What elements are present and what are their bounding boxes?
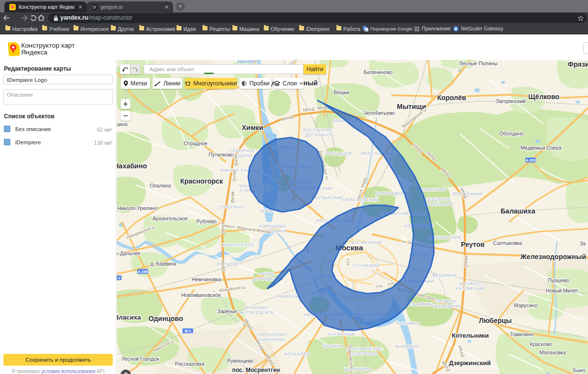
svg-text:Загорянский: Загорянский xyxy=(496,98,526,104)
svg-text:М-1: М-1 xyxy=(185,329,191,333)
svg-text:Люберцы: Люберцы xyxy=(479,317,511,324)
svg-text:РАМЕНКИ: РАМЕНКИ xyxy=(277,294,299,299)
svg-text:Отрадное: Отрадное xyxy=(184,140,207,146)
svg-text:МКАД: МКАД xyxy=(230,191,235,203)
svg-text:Малаховка: Малаховка xyxy=(539,349,566,355)
svg-text:ВОСТОЧНОЕ: ВОСТОЧНОЕ xyxy=(303,128,332,133)
svg-text:КРЫЛАТСКОЕ: КРЫЛАТСКОЕ xyxy=(223,242,255,247)
svg-text:во-Дальнее: во-Дальнее xyxy=(117,250,141,256)
svg-text:Красково: Красково xyxy=(530,341,552,347)
svg-text:Быко: Быко xyxy=(573,367,586,373)
svg-text:НИКУЛИНО: НИКУЛИНО xyxy=(259,337,285,342)
svg-text:G: G xyxy=(365,28,368,31)
svg-text:Немчиновка: Немчиновка xyxy=(192,276,221,282)
svg-text:КОНЬКОВО: КОНЬКОВО xyxy=(284,351,310,356)
svg-text:СЕВЕРНОЕ: СЕВЕРНОЕ xyxy=(425,197,451,202)
svg-text:Лесной Городок: Лесной Городок xyxy=(121,356,159,362)
svg-text:Салтыковка: Салтыковка xyxy=(493,240,522,246)
svg-text:Марусино: Марусино xyxy=(514,302,537,308)
svg-text:ИЗМАЙЛОВО: ИЗМАЙЛОВО xyxy=(423,201,453,207)
svg-text:Красногорск: Красногорск xyxy=(180,177,223,185)
svg-text:УХТОМСКИЙ: УХТОМСКИЙ xyxy=(456,286,485,291)
svg-text:ТАГАНСКИЙ: ТАГАНСКИЙ xyxy=(352,263,380,268)
svg-text:Путилково: Путилково xyxy=(208,152,234,158)
svg-text:А-106: А-106 xyxy=(138,269,148,274)
svg-text:-2: -2 xyxy=(117,276,121,280)
svg-text:ОТРАДНОЕ: ОТРАДНОЕ xyxy=(327,151,353,156)
svg-text:Опалиха: Опалиха xyxy=(150,183,171,188)
svg-text:ЖУЛЕБИНО: ЖУЛЕБИНО xyxy=(434,304,461,309)
svg-text:МАТВЕЕВСКОЕ: МАТВЕЕВСКОЕ xyxy=(239,310,274,315)
svg-text:Томилино: Томилино xyxy=(510,331,534,337)
svg-text:Оболдино: Оболдино xyxy=(499,131,524,136)
svg-text:Королёв: Королёв xyxy=(437,94,466,102)
svg-text:ЗЮЗИНО: ЗЮЗИНО xyxy=(323,344,343,348)
svg-text:аэропорт: аэропорт xyxy=(237,60,257,64)
svg-text:Архангельское: Архангельское xyxy=(153,215,188,221)
svg-text:ТРОПАРЁВО-: ТРОПАРЁВО- xyxy=(257,332,288,337)
svg-text:МКАД: МКАД xyxy=(231,169,237,182)
svg-text:Новый Милет: Новый Милет xyxy=(546,288,579,294)
svg-text:Фрязино: Фрязино xyxy=(567,60,588,68)
svg-text:А-103: А-103 xyxy=(526,158,536,162)
svg-text:Одинцово: Одинцово xyxy=(149,315,183,322)
svg-text:Николо-Урюпино: Николо-Урюпино xyxy=(118,205,158,211)
svg-text:КОСИНО-: КОСИНО- xyxy=(460,281,481,286)
svg-text:д. Барвиха: д. Барвиха xyxy=(151,261,177,267)
svg-text:Вёшки: Вёшки xyxy=(333,89,349,95)
svg-text:Заречье: Заречье xyxy=(217,308,237,314)
svg-text:Реутов: Реутов xyxy=(461,240,485,248)
svg-text:Щёлково: Щёлково xyxy=(528,93,559,101)
svg-text:Химки: Химки xyxy=(242,124,263,132)
svg-text:ДЕГУНИНО: ДЕГУНИНО xyxy=(305,133,331,137)
svg-text:За: За xyxy=(580,240,586,246)
svg-text:ЛЮБЛИНО: ЛЮБЛИНО xyxy=(396,321,420,326)
svg-text:Рассказовка: Рассказовка xyxy=(175,361,205,367)
svg-text:СТРОГИНО: СТРОГИНО xyxy=(218,205,244,210)
svg-text:Балашиха: Балашиха xyxy=(501,207,536,215)
svg-text:ОЧАКОВО-: ОЧАКОВО- xyxy=(245,305,269,310)
svg-text:МКАД: МКАД xyxy=(220,260,226,272)
svg-text:Котельники: Котельники xyxy=(452,332,489,339)
svg-text:МКАД: МКАД xyxy=(464,255,469,267)
svg-text:Железнодорожный: Железнодорожный xyxy=(520,253,586,261)
svg-text:Беляниново: Беляниново xyxy=(364,69,393,75)
svg-text:Дзержинский: Дзержинский xyxy=(449,359,491,367)
svg-text:Медвежьи Озёра: Медвежьи Озёра xyxy=(520,145,562,151)
svg-text:Нахабино: Нахабино xyxy=(117,162,147,170)
svg-text:озино: озино xyxy=(117,121,128,127)
svg-text:ЦАРИЦЫНО: ЦАРИЦЫНО xyxy=(344,367,372,372)
svg-text:Новоивановское: Новоивановское xyxy=(181,292,221,298)
svg-text:НАГОРНЫЙ: НАГОРНЫЙ xyxy=(328,331,355,337)
svg-text:КУНЦЕВО: КУНЦЕВО xyxy=(217,262,239,267)
svg-text:Рублёво: Рублёво xyxy=(196,218,216,224)
svg-text:Власиха: Власиха xyxy=(117,314,141,321)
svg-text:ФИЛИ-: ФИЛИ- xyxy=(261,271,276,276)
svg-text:Румянцево: Румянцево xyxy=(227,358,254,364)
svg-text:САБУРОВО: САБУРОВО xyxy=(352,351,378,356)
svg-text:Челобитьево: Челобитьево xyxy=(363,110,395,116)
svg-text:МАРЬИНО: МАРЬИНО xyxy=(395,344,419,349)
svg-text:пос. Мосрентген: пос. Мосрентген xyxy=(232,367,280,374)
svg-text:БУТЫРСКИЙ: БУТЫРСКИЙ xyxy=(314,195,343,200)
svg-text:Пуршево: Пуршево xyxy=(548,277,569,283)
svg-text:Лесные Поляны: Лесные Поляны xyxy=(459,60,497,66)
